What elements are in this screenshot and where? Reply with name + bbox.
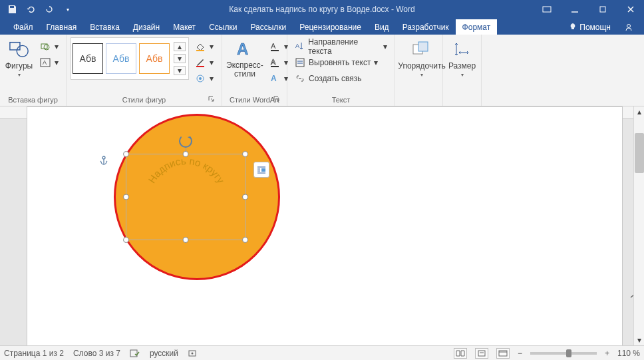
share-button[interactable] (619, 20, 639, 35)
minimize-button[interactable] (562, 0, 588, 19)
tab-mailings[interactable]: Рассылки (243, 19, 293, 35)
shapes-label: Фигуры (5, 61, 33, 71)
outline-icon (195, 57, 206, 68)
shapes-icon (9, 39, 30, 59)
shape-fill-button[interactable]: ▾ (192, 40, 217, 53)
resize-handle-nw[interactable] (123, 151, 129, 157)
fill-icon (195, 41, 206, 52)
resize-handle-s[interactable] (183, 237, 189, 243)
resize-handle-e[interactable] (242, 194, 248, 200)
text-direction-icon: A (295, 41, 305, 52)
tell-me-button[interactable]: Помощн (564, 20, 616, 35)
gallery-scroll-up[interactable]: ▴ (174, 42, 186, 51)
shapes-gallery-button[interactable]: Фигуры ▾ (4, 37, 34, 79)
text-fill-icon: A (269, 41, 280, 52)
tab-home[interactable]: Главная (40, 19, 84, 35)
status-language[interactable]: русский (150, 349, 178, 358)
arrange-icon (412, 41, 432, 58)
view-web-layout[interactable] (496, 348, 510, 359)
resize-handle-n[interactable] (183, 151, 189, 157)
status-macro[interactable] (188, 349, 197, 358)
view-read-mode[interactable] (454, 348, 467, 359)
resize-handle-se[interactable] (242, 237, 248, 243)
window-controls (534, 0, 644, 19)
print-layout-icon (477, 350, 486, 357)
zoom-out-button[interactable]: − (518, 349, 522, 358)
draw-text-box-button[interactable]: A ▾ (37, 56, 62, 69)
close-button[interactable] (617, 0, 644, 19)
style-thumb-2[interactable]: Абв (106, 43, 136, 74)
maximize-icon (599, 5, 607, 13)
save-button[interactable] (4, 2, 20, 17)
anchor-icon (99, 155, 108, 168)
create-link-button[interactable]: Создать связь (291, 72, 391, 85)
qat-dropdown[interactable]: ▾ (60, 2, 76, 17)
ribbon-body: Фигуры ▾ ▾ A ▾ Вставка фигур Абв Абв Аб (0, 35, 644, 106)
size-button[interactable]: Размер ▾ (447, 37, 477, 79)
layout-options-button[interactable] (253, 162, 269, 178)
arrange-button[interactable]: Упорядочить ▾ (399, 37, 444, 79)
status-page[interactable]: Страница 1 из 2 (4, 349, 64, 358)
ribbon-display-options[interactable] (534, 0, 560, 19)
style-thumb-3[interactable]: Абв (139, 43, 170, 74)
dialog-launcher-icon (208, 96, 215, 102)
tab-file[interactable]: Файл (7, 19, 40, 35)
dialog-launcher-icon (273, 96, 280, 102)
scroll-down-button[interactable]: ▾ (634, 335, 644, 345)
shape-outline-button[interactable]: ▾ (192, 56, 217, 69)
spellcheck-icon (130, 349, 140, 358)
vertical-scrollbar[interactable]: ▴ ▾ (633, 106, 644, 345)
group-shape-styles: Абв Абв Абв ▴ ▾ ▾ ▾ ▾ (67, 35, 222, 106)
share-icon (624, 23, 633, 32)
text-direction-button[interactable]: A Направление текста ▾ (291, 40, 391, 53)
rotate-handle[interactable] (179, 134, 192, 148)
svg-rect-10 (196, 50, 204, 51)
svg-rect-2 (600, 7, 605, 12)
gallery-scroll-down[interactable]: ▾ (174, 54, 186, 63)
document-page[interactable]: Надпись по кругу (27, 106, 623, 345)
layout-options-icon (256, 165, 267, 174)
tab-insert[interactable]: Вставка (83, 19, 126, 35)
resize-handle-w[interactable] (123, 194, 129, 200)
resize-handle-sw[interactable] (123, 237, 129, 243)
group-arrange-label (399, 102, 438, 106)
align-text-button[interactable]: Выровнять текст ▾ (291, 56, 391, 69)
status-spellcheck[interactable] (130, 349, 140, 358)
shape-styles-dialog-launcher[interactable] (207, 94, 216, 104)
quick-styles-button[interactable]: A Экспресс- стили (226, 37, 263, 80)
maximize-button[interactable] (589, 0, 616, 19)
tab-layout[interactable]: Макет (166, 19, 202, 35)
svg-rect-25 (418, 42, 428, 51)
scroll-up-button[interactable]: ▴ (634, 106, 644, 117)
tab-review[interactable]: Рецензирование (293, 19, 368, 35)
textbox-icon: A (40, 57, 51, 68)
redo-button[interactable] (41, 2, 57, 17)
tab-design[interactable]: Дизайн (126, 19, 166, 35)
tab-view[interactable]: Вид (368, 19, 396, 35)
view-print-layout[interactable] (475, 348, 488, 359)
text-box-frame[interactable]: Надпись по кругу (126, 154, 245, 240)
zoom-level[interactable]: 110 % (617, 349, 640, 358)
shape-effects-button[interactable]: ▾ (192, 72, 217, 85)
undo-button[interactable] (23, 2, 39, 17)
style-thumb-1[interactable]: Абв (73, 43, 103, 74)
tab-references[interactable]: Ссылки (202, 19, 243, 35)
ribbon-tabstrip: Файл Главная Вставка Дизайн Макет Ссылки… (0, 19, 644, 35)
align-text-icon (295, 57, 305, 68)
tab-developer[interactable]: Разработчик (396, 19, 456, 35)
text-effects-icon: A (269, 73, 280, 84)
shape-style-gallery[interactable]: Абв Абв Абв ▴ ▾ ▾ (71, 37, 189, 80)
edit-shape-button[interactable]: ▾ (37, 40, 62, 53)
status-word-count[interactable]: Слово 3 из 7 (73, 349, 120, 358)
zoom-in-button[interactable]: + (605, 349, 609, 358)
zoom-slider[interactable] (530, 352, 597, 355)
wordart-styles-dialog-launcher[interactable] (272, 94, 281, 104)
svg-text:A: A (295, 43, 299, 49)
scroll-thumb[interactable] (635, 133, 644, 173)
gallery-more[interactable]: ▾ (174, 66, 186, 75)
web-layout-icon (498, 350, 508, 357)
resize-handle-ne[interactable] (242, 151, 248, 157)
svg-rect-32 (130, 350, 137, 357)
tab-format[interactable]: Формат (456, 19, 498, 35)
group-insert-shapes: Фигуры ▾ ▾ A ▾ Вставка фигур (0, 35, 67, 106)
